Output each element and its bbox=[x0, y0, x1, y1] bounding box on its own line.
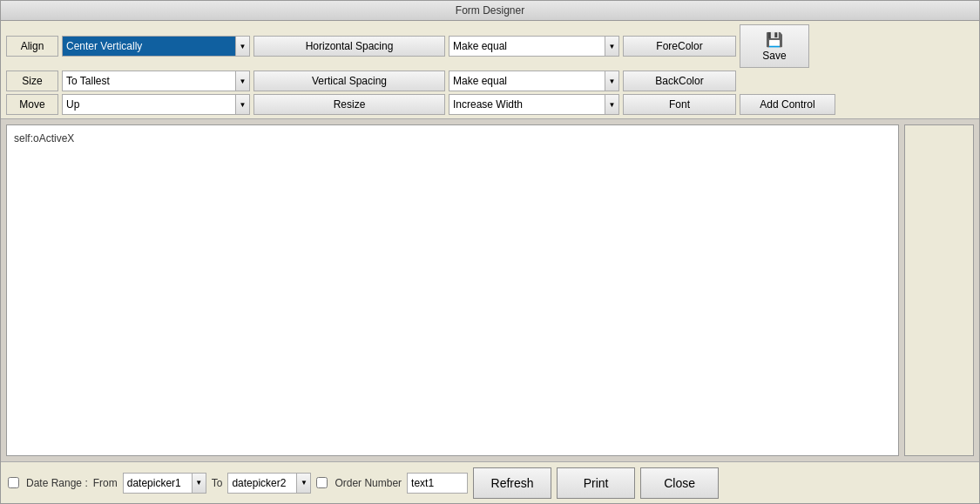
move-dropdown-arrow[interactable]: ▼ bbox=[236, 94, 250, 115]
from-label: From bbox=[93, 477, 118, 489]
make-equal-1-arrow[interactable]: ▼ bbox=[605, 36, 619, 57]
form-designer-window: Form Designer Align Center Vertically ▼ … bbox=[0, 0, 980, 504]
make-equal-2-value: Make equal bbox=[449, 71, 605, 91]
canvas-content: self:oActiveX bbox=[14, 132, 74, 144]
print-btn[interactable]: Print bbox=[557, 467, 635, 499]
resize-btn[interactable]: Resize bbox=[253, 94, 445, 115]
order-number-checkbox[interactable] bbox=[316, 477, 328, 488]
align-label: Align bbox=[6, 36, 58, 57]
horizontal-spacing-btn[interactable]: Horizontal Spacing bbox=[253, 36, 445, 57]
order-number-input[interactable] bbox=[407, 473, 468, 494]
size-label: Size bbox=[6, 71, 58, 91]
date-range-label: Date Range : bbox=[26, 477, 88, 489]
canvas-area[interactable]: self:oActiveX bbox=[6, 124, 899, 456]
make-equal-2-arrow[interactable]: ▼ bbox=[605, 71, 619, 91]
datepicker2-value: datepicker2 bbox=[227, 473, 297, 494]
save-icon: 💾 bbox=[766, 31, 783, 48]
size-select[interactable]: To Tallest ▼ bbox=[62, 71, 250, 91]
move-label: Move bbox=[6, 94, 58, 115]
align-value: Center Vertically bbox=[62, 36, 236, 57]
make-equal-2-select[interactable]: Make equal ▼ bbox=[449, 71, 619, 91]
right-panel bbox=[904, 124, 974, 456]
toolbar-row-1: Align Center Vertically ▼ Horizontal Spa… bbox=[6, 24, 974, 68]
increase-width-select[interactable]: Increase Width ▼ bbox=[449, 94, 619, 115]
close-btn[interactable]: Close bbox=[640, 467, 719, 499]
datepicker1-value: datepicker1 bbox=[123, 473, 193, 494]
title-bar: Form Designer bbox=[1, 1, 979, 21]
save-btn[interactable]: 💾 Save bbox=[740, 24, 809, 68]
align-dropdown-arrow[interactable]: ▼ bbox=[236, 36, 250, 57]
vertical-spacing-btn[interactable]: Vertical Spacing bbox=[253, 71, 445, 91]
increase-width-arrow[interactable]: ▼ bbox=[605, 94, 619, 115]
toolbar-row-3: Move Up ▼ Resize Increase Width ▼ Font A… bbox=[6, 94, 974, 115]
toolbar-row-2: Size To Tallest ▼ Vertical Spacing Make … bbox=[6, 71, 974, 91]
date-range-checkbox[interactable] bbox=[8, 477, 19, 488]
increase-width-value: Increase Width bbox=[449, 94, 605, 115]
refresh-btn[interactable]: Refresh bbox=[473, 467, 551, 499]
datepicker2-arrow[interactable]: ▼ bbox=[297, 473, 311, 494]
font-btn[interactable]: Font bbox=[623, 94, 736, 115]
align-select[interactable]: Center Vertically ▼ bbox=[62, 36, 250, 57]
order-number-label: Order Number bbox=[335, 477, 402, 489]
bottom-bar: Date Range : From datepicker1 ▼ To datep… bbox=[1, 461, 979, 503]
make-equal-1-select[interactable]: Make equal ▼ bbox=[449, 36, 619, 57]
datepicker2-select[interactable]: datepicker2 ▼ bbox=[227, 473, 311, 494]
datepicker1-select[interactable]: datepicker1 ▼ bbox=[123, 473, 206, 494]
move-value: Up bbox=[62, 94, 236, 115]
toolbar: Align Center Vertically ▼ Horizontal Spa… bbox=[1, 21, 979, 119]
to-label: To bbox=[212, 477, 223, 489]
size-value: To Tallest bbox=[62, 71, 236, 91]
main-area: self:oActiveX bbox=[1, 119, 979, 461]
save-label: Save bbox=[762, 50, 786, 62]
forecolor-btn[interactable]: ForeColor bbox=[623, 36, 736, 57]
size-dropdown-arrow[interactable]: ▼ bbox=[236, 71, 250, 91]
move-select[interactable]: Up ▼ bbox=[62, 94, 250, 115]
window-title: Form Designer bbox=[456, 4, 524, 17]
add-control-btn[interactable]: Add Control bbox=[740, 94, 835, 115]
datepicker1-arrow[interactable]: ▼ bbox=[193, 473, 206, 494]
backcolor-btn[interactable]: BackColor bbox=[623, 71, 736, 91]
make-equal-1-value: Make equal bbox=[449, 36, 605, 57]
